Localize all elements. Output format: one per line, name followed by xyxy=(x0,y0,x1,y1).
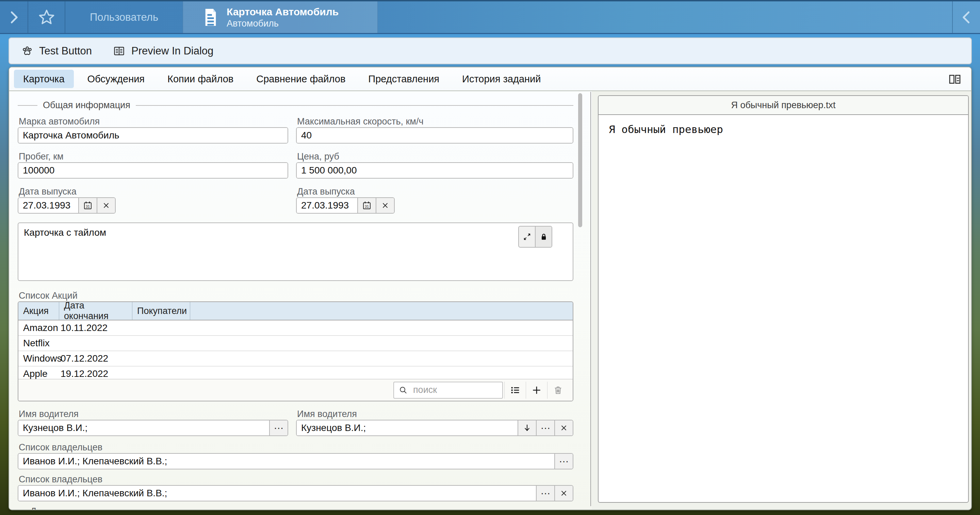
brand-field xyxy=(18,127,288,143)
active-tab-title: Карточка Автомобиль xyxy=(227,6,339,18)
tab-strip: Карточка Обсуждения Копии файлов Сравнен… xyxy=(9,67,971,91)
document-icon xyxy=(203,7,218,27)
collapse-panel-button[interactable] xyxy=(953,2,980,33)
stocks-grid-header: Акция Дата окончания Покупатели xyxy=(18,302,573,320)
clear-button[interactable] xyxy=(554,420,573,436)
expand-button[interactable] xyxy=(519,227,535,247)
test-button[interactable]: Test Button xyxy=(21,45,92,57)
release-date-right-label: Дата выпуска xyxy=(297,186,355,197)
group-title: Общая информация xyxy=(43,100,130,111)
ellipsis-icon: … xyxy=(559,455,569,467)
stocks-grid-footer xyxy=(18,379,573,401)
dropdown-button[interactable] xyxy=(517,420,536,436)
clear-button[interactable] xyxy=(554,486,573,501)
ellipsis-icon: … xyxy=(540,488,550,499)
tab-user-label: Пользователь xyxy=(90,11,158,24)
ellipsis-icon: … xyxy=(274,422,284,434)
tab-kopii-failov[interactable]: Копии файлов xyxy=(158,70,243,88)
expand-icon xyxy=(522,232,532,242)
release-date-left-input[interactable] xyxy=(18,198,78,213)
owners-bottom-field: … xyxy=(18,485,573,501)
search-input[interactable] xyxy=(412,385,498,396)
ellipsis-button[interactable]: … xyxy=(554,454,573,469)
lock-icon xyxy=(539,232,549,242)
calendar-button[interactable]: 31 xyxy=(78,198,97,213)
preview-in-dialog-button[interactable]: Preview In Dialog xyxy=(112,45,213,57)
brand-label: Марка автомобиля xyxy=(19,116,100,127)
price-field xyxy=(296,162,573,179)
toolbar: Test Button Preview In Dialog xyxy=(8,37,972,64)
delete-row-button[interactable] xyxy=(547,381,569,399)
column-header-akciya[interactable]: Акция xyxy=(18,302,59,320)
navigation-bar: Пользователь Карточка Автомобиль Автомоб… xyxy=(0,0,980,34)
price-input[interactable] xyxy=(297,163,573,178)
owners-bottom-label: Список владельцев xyxy=(19,474,102,485)
stocks-grid: Акция Дата окончания Покупатели Amazon 1… xyxy=(18,301,573,401)
max-speed-field xyxy=(296,127,573,143)
stocks-search xyxy=(393,381,503,399)
nav-forward-button[interactable] xyxy=(0,2,27,33)
tab-card-avtomobil[interactable]: Карточка Автомобиль Автомобиль xyxy=(183,2,378,33)
star-icon xyxy=(37,8,56,27)
svg-text:31: 31 xyxy=(86,204,90,208)
table-row[interactable]: Amazon 10.11.2022 xyxy=(18,320,573,336)
release-date-left-field: 31 xyxy=(18,197,116,214)
column-header-pokupateli[interactable]: Покупатели xyxy=(132,302,190,320)
release-date-left-label: Дата выпуска xyxy=(19,186,76,197)
column-header-data-okonchaniya[interactable]: Дата окончания xyxy=(59,302,132,320)
mileage-input[interactable] xyxy=(18,163,288,178)
open-book-icon xyxy=(112,45,126,57)
show-list-button[interactable] xyxy=(504,381,526,399)
brand-input[interactable] xyxy=(18,128,288,143)
x-icon xyxy=(559,489,568,498)
price-label: Цена, руб xyxy=(297,151,339,162)
calendar-icon: 31 xyxy=(362,200,372,211)
tab-sravnenie-failov[interactable]: Сравнение файлов xyxy=(247,70,355,88)
driver-left-label: Имя водителя xyxy=(19,409,79,420)
preview-in-dialog-label: Preview In Dialog xyxy=(131,45,213,57)
mileage-field xyxy=(18,162,288,179)
calendar-button[interactable]: 31 xyxy=(357,198,375,213)
ellipsis-button[interactable]: … xyxy=(269,420,288,436)
ellipsis-button[interactable]: … xyxy=(536,420,554,436)
plus-icon xyxy=(531,385,542,396)
memo-field[interactable]: Карточка с тайлом xyxy=(18,223,573,281)
tab-obsuzhdeniya[interactable]: Обсуждения xyxy=(78,70,154,88)
table-row[interactable]: Netflix xyxy=(18,336,573,351)
lock-button[interactable] xyxy=(535,227,552,247)
add-row-button[interactable] xyxy=(526,381,547,399)
group-header-general-info: Общая информация xyxy=(18,100,573,111)
active-tab-subtitle: Автомобиль xyxy=(227,18,339,29)
owners-bottom-input[interactable] xyxy=(18,486,536,501)
tab-user[interactable]: Пользователь xyxy=(65,2,183,33)
table-row[interactable]: Windows 07.12.2022 xyxy=(18,351,573,366)
max-speed-input[interactable] xyxy=(297,128,573,143)
app-window: Пользователь Карточка Автомобиль Автомоб… xyxy=(0,0,980,515)
arrow-down-icon xyxy=(522,423,532,433)
x-icon xyxy=(381,201,390,210)
tab-kartochka[interactable]: Карточка xyxy=(14,70,74,88)
x-icon xyxy=(102,201,111,210)
favorites-button[interactable] xyxy=(28,2,65,33)
list-icon xyxy=(509,385,521,396)
clear-date-button[interactable] xyxy=(375,198,394,213)
stocks-label: Список Акций xyxy=(19,291,78,301)
tab-predstavleniya[interactable]: Представления xyxy=(359,70,449,88)
content-card: Карточка Обсуждения Копии файлов Сравнен… xyxy=(8,67,972,510)
search-icon xyxy=(398,385,408,395)
trash-icon xyxy=(553,385,563,396)
driver-right-input[interactable] xyxy=(297,420,517,436)
ellipsis-button[interactable]: … xyxy=(536,486,554,501)
owners-top-input[interactable] xyxy=(18,454,554,469)
preview-title: Я обычный превьюер.txt xyxy=(598,96,968,115)
owners-top-field: … xyxy=(18,453,573,469)
driver-left-input[interactable] xyxy=(18,420,269,436)
svg-text:31: 31 xyxy=(365,204,369,208)
memo-buttons xyxy=(518,226,552,248)
split-view-button[interactable] xyxy=(945,70,964,89)
release-date-right-input[interactable] xyxy=(297,198,357,213)
form-scrollbar-thumb[interactable] xyxy=(578,93,582,227)
clear-date-button[interactable] xyxy=(97,198,115,213)
mileage-label: Пробег, км xyxy=(19,151,64,162)
tab-istoriya-zadaniy[interactable]: История заданий xyxy=(453,70,550,88)
